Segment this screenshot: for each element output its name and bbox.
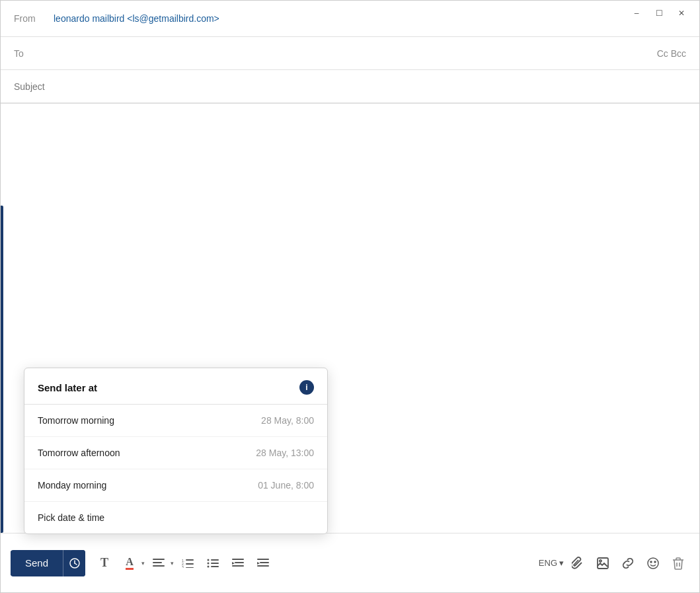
numbered-list-icon: 1. 2. 3. [182, 559, 194, 568]
svg-rect-3 [153, 559, 165, 560]
svg-rect-13 [211, 559, 219, 561]
popup-items-list: Tomorrow morning28 May, 8:00Tomorrow aft… [24, 405, 327, 534]
numbered-list-button[interactable]: 1. 2. 3. [176, 552, 199, 574]
cc-bcc-button[interactable]: Cc Bcc [657, 48, 686, 59]
svg-line-2 [75, 563, 77, 565]
to-row: To Cc Bcc [1, 37, 699, 70]
svg-rect-24 [257, 565, 269, 567]
svg-point-16 [208, 565, 210, 567]
popup-item-time: 28 May, 8:00 [261, 415, 314, 426]
from-row: From leonardo mailbird <ls@getmailbird.c… [1, 1, 699, 37]
popup-header: Send later at i [24, 368, 327, 405]
trash-button[interactable] [667, 552, 689, 574]
indent-icon [257, 559, 269, 568]
svg-rect-7 [186, 559, 194, 561]
from-address: leonardo mailbird <ls@getmailbird.com> [54, 13, 219, 24]
align-dropdown-arrow[interactable]: ▾ [171, 560, 174, 567]
language-arrow: ▾ [559, 558, 564, 568]
subject-input[interactable] [14, 81, 686, 92]
svg-rect-19 [235, 562, 244, 563]
popup-item-label: Tomorrow morning [38, 415, 114, 426]
svg-rect-20 [232, 565, 244, 567]
svg-rect-18 [232, 559, 244, 560]
language-label: ENG [539, 558, 557, 568]
svg-text:3.: 3. [182, 565, 184, 568]
send-schedule-button[interactable] [63, 550, 85, 576]
toolbar: Send T A ▾ ▾ 1. [1, 533, 699, 592]
outdent-button[interactable] [227, 552, 249, 574]
attach-button[interactable] [566, 552, 589, 574]
from-label: From [14, 13, 54, 24]
svg-rect-15 [211, 563, 219, 564]
svg-rect-11 [186, 567, 194, 568]
subject-row [1, 70, 699, 103]
svg-point-12 [208, 559, 210, 561]
align-button[interactable] [147, 552, 170, 574]
svg-point-29 [650, 561, 652, 563]
clock-icon [69, 558, 80, 569]
svg-point-28 [648, 558, 658, 569]
compose-header: From leonardo mailbird <ls@getmailbird.c… [1, 1, 699, 104]
svg-rect-5 [153, 565, 165, 567]
minimize-button[interactable]: – [627, 6, 646, 20]
title-bar: – ☐ ✕ [619, 1, 699, 26]
emoji-icon [647, 557, 659, 569]
info-icon[interactable]: i [299, 380, 314, 395]
font-color-group: A ▾ [118, 552, 145, 574]
close-button[interactable]: ✕ [672, 6, 691, 20]
popup-item[interactable]: Monday morning01 June, 8:00 [24, 469, 327, 502]
popup-item-time: 28 May, 13:00 [256, 448, 314, 458]
popup-item[interactable]: Tomorrow afternoon28 May, 13:00 [24, 437, 327, 469]
popup-item-label: Tomorrow afternoon [38, 448, 120, 458]
font-color-button[interactable]: A [118, 552, 141, 574]
popup-title: Send later at [38, 382, 97, 393]
svg-rect-17 [211, 566, 219, 567]
svg-marker-25 [257, 562, 260, 565]
emoji-button[interactable] [642, 552, 664, 574]
popup-item-label: Monday morning [38, 480, 106, 491]
popup-item-time: 01 June, 8:00 [258, 480, 314, 491]
svg-point-30 [654, 561, 656, 563]
font-icon: T [100, 556, 108, 570]
svg-rect-9 [186, 563, 194, 565]
paperclip-icon [572, 557, 584, 570]
svg-point-27 [600, 560, 602, 562]
indent-button[interactable] [252, 552, 274, 574]
font-color-icon: A [126, 556, 134, 570]
svg-rect-4 [153, 562, 162, 563]
svg-rect-22 [257, 559, 269, 560]
popup-item-label: Pick date & time [38, 512, 104, 523]
to-input[interactable] [54, 48, 657, 59]
image-icon [597, 557, 609, 569]
maximize-button[interactable]: ☐ [649, 6, 669, 20]
popup-item[interactable]: Pick date & time [24, 502, 327, 534]
bullet-list-button[interactable] [202, 552, 224, 574]
outdent-icon [232, 559, 244, 568]
font-format-button[interactable]: T [93, 552, 116, 574]
popup-item[interactable]: Tomorrow morning28 May, 8:00 [24, 405, 327, 437]
svg-rect-23 [260, 562, 269, 563]
send-later-popup: Send later at i Tomorrow morning28 May, … [24, 368, 328, 534]
font-color-dropdown-arrow[interactable]: ▾ [141, 560, 145, 567]
svg-point-14 [208, 562, 210, 564]
send-button-group: Send [11, 550, 85, 576]
trash-icon [672, 557, 684, 570]
language-button[interactable]: ENG ▾ [539, 558, 564, 568]
align-group: ▾ [147, 552, 174, 574]
link-icon [621, 558, 635, 569]
send-button[interactable]: Send [11, 551, 63, 575]
image-button[interactable] [592, 552, 614, 574]
svg-rect-26 [598, 558, 608, 569]
align-icon [153, 559, 165, 568]
to-label: To [14, 48, 54, 59]
link-button[interactable] [617, 552, 639, 574]
svg-marker-21 [232, 562, 235, 565]
bullet-list-icon [207, 559, 219, 568]
